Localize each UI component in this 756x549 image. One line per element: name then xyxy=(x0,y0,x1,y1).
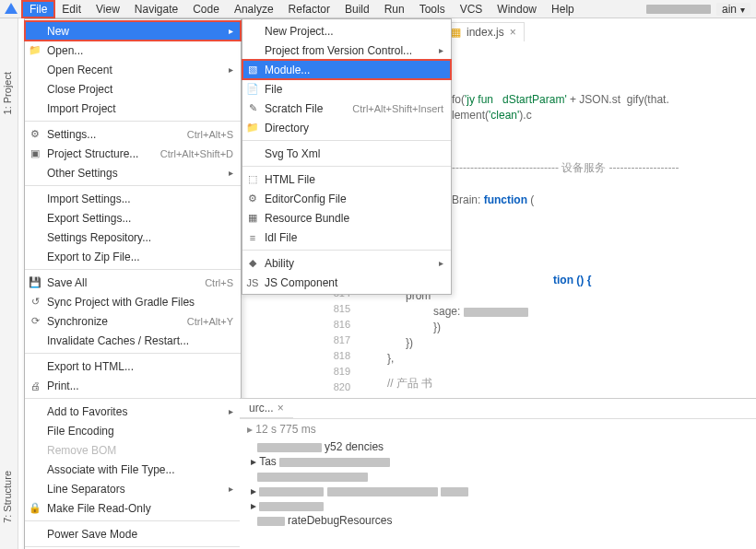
menu-separator xyxy=(25,398,241,399)
submenu-arrow-icon: ▸ xyxy=(439,45,443,55)
file-menu-sync-project-with-gradle-files[interactable]: ↺Sync Project with Gradle Files xyxy=(25,292,241,311)
ability-icon: ◆ xyxy=(246,257,259,270)
new-menu-editorconfig-file[interactable]: ⚙EditorConfig File xyxy=(242,189,451,208)
menu-edit[interactable]: Edit xyxy=(54,1,89,18)
task-line: ▸ Tas xyxy=(240,454,756,469)
file-menu-print[interactable]: 🖨Print... xyxy=(25,376,241,395)
menu-file[interactable]: File xyxy=(22,1,54,18)
task-line: ▸ xyxy=(240,498,756,513)
code-text: ( xyxy=(527,193,534,206)
menu-item-label: Svg To Xml xyxy=(265,147,443,160)
tool-tab-project[interactable]: 1: Project xyxy=(0,64,15,122)
menu-item-label: Remove BOM xyxy=(47,444,233,457)
code-text: sage: xyxy=(433,305,460,318)
menu-refactor[interactable]: Refactor xyxy=(281,1,337,18)
print-icon: 🖨 xyxy=(29,380,41,392)
file-menu-other-settings[interactable]: Other Settings▸ xyxy=(25,163,241,182)
structure-icon: ▣ xyxy=(29,147,41,160)
menu-item-label: Other Settings xyxy=(47,167,229,180)
menu-separator xyxy=(25,269,241,270)
new-menu-js-component[interactable]: JSJS Component xyxy=(242,273,451,292)
code-text: gify(that. xyxy=(627,93,669,106)
close-icon[interactable]: × xyxy=(278,402,284,415)
menu-item-label: New xyxy=(47,25,229,38)
new-menu-html-file[interactable]: ⬚HTML File xyxy=(242,169,451,189)
menu-item-label: Idl File xyxy=(265,231,443,244)
menu-item-label: Project Structure... xyxy=(47,147,151,160)
new-menu-svg-to-xml[interactable]: Svg To Xml xyxy=(242,144,451,163)
new-menu-scratch-file[interactable]: ✎Scratch FileCtrl+Alt+Shift+Insert xyxy=(242,99,451,118)
file-menu-synchronize[interactable]: ⟳SynchronizeCtrl+Alt+Y xyxy=(25,311,241,331)
line-number: 817 xyxy=(313,333,350,348)
file-menu-export-settings[interactable]: Export Settings... xyxy=(25,208,241,228)
submenu-arrow-icon: ▸ xyxy=(229,406,233,416)
line-number-gutter: 814 815 816 817 818 819 820 xyxy=(313,286,350,395)
code-comment: // 产品 书 xyxy=(313,376,756,391)
menu-separator xyxy=(25,546,241,547)
menu-item-label: Synchronize xyxy=(47,315,178,328)
file-menu-make-file-read-only[interactable]: 🔒Make File Read-Only xyxy=(25,498,241,518)
menu-tools[interactable]: Tools xyxy=(412,1,453,18)
menu-separator xyxy=(242,250,451,251)
menu-item-label: Settings... xyxy=(47,128,178,141)
file-menu-import-settings[interactable]: Import Settings... xyxy=(25,189,241,208)
file-menu-line-separators[interactable]: Line Separators▸ xyxy=(25,479,241,498)
line-number: 815 xyxy=(313,301,350,317)
menu-item-label: Invalidate Caches / Restart... xyxy=(47,334,233,347)
build-tab[interactable]: urc... × xyxy=(240,399,293,418)
menu-item-label: Save All xyxy=(47,276,195,289)
run-config-selector[interactable]: ain xyxy=(716,3,750,16)
submenu-arrow-icon: ▸ xyxy=(229,64,233,75)
menu-run[interactable]: Run xyxy=(377,1,412,18)
save-icon: 💾 xyxy=(29,276,41,289)
file-menu-settings-repository[interactable]: Settings Repository... xyxy=(25,228,241,247)
file-menu-invalidate-caches-restart[interactable]: Invalidate Caches / Restart... xyxy=(25,331,241,350)
menu-item-label: Export Settings... xyxy=(47,212,233,225)
tool-tab-structure[interactable]: 7: Structure xyxy=(0,463,15,531)
menu-vcs[interactable]: VCS xyxy=(453,1,490,18)
menu-shortcut: Ctrl+Alt+Y xyxy=(187,316,233,327)
file-menu-save-all[interactable]: 💾Save AllCtrl+S xyxy=(25,273,241,292)
file-menu-new[interactable]: New▸ xyxy=(25,21,241,41)
new-menu-directory[interactable]: 📁Directory xyxy=(242,118,451,137)
file-menu-project-structure[interactable]: ▣Project Structure...Ctrl+Alt+Shift+D xyxy=(25,144,241,163)
file-menu-export-to-html[interactable]: Export to HTML... xyxy=(25,356,241,376)
file-menu-close-project[interactable]: Close Project xyxy=(25,79,241,99)
new-menu-resource-bundle[interactable]: ▦Resource Bundle xyxy=(242,208,451,228)
file-menu-power-save-mode[interactable]: Power Save Mode xyxy=(25,524,241,543)
menu-item-label: Module... xyxy=(265,64,443,76)
file-menu-settings[interactable]: ⚙Settings...Ctrl+Alt+S xyxy=(25,124,241,144)
lock-icon: 🔒 xyxy=(29,502,41,515)
file-menu-import-project[interactable]: Import Project xyxy=(25,99,241,118)
menu-build[interactable]: Build xyxy=(337,1,377,18)
task-line xyxy=(240,469,756,484)
new-menu-module[interactable]: ▧Module... xyxy=(242,60,451,79)
new-menu-new-project[interactable]: New Project... xyxy=(242,21,451,41)
line-number: 819 xyxy=(313,364,350,380)
menu-item-label: Print... xyxy=(47,380,233,392)
menu-analyze[interactable]: Analyze xyxy=(227,1,281,18)
new-menu-ability[interactable]: ◆Ability▸ xyxy=(242,253,451,273)
new-menu-file[interactable]: 📄File xyxy=(242,79,451,99)
file-menu-export-to-zip-file[interactable]: Export to Zip File... xyxy=(25,247,241,266)
file-menu-open[interactable]: 📁Open... xyxy=(25,41,241,60)
file-menu-add-to-favorites[interactable]: Add to Favorites▸ xyxy=(25,402,241,421)
new-menu-idl-file[interactable]: ≡Idl File xyxy=(242,228,451,247)
new-submenu: New Project...Project from Version Contr… xyxy=(242,18,452,295)
file-menu-file-encoding[interactable]: File Encoding xyxy=(25,421,241,440)
file-menu-associate-with-file-type[interactable]: Associate with File Type... xyxy=(25,460,241,479)
menu-item-label: Resource Bundle xyxy=(265,212,443,225)
menubar: File Edit View Navigate Code Analyze Ref… xyxy=(0,0,756,18)
file-menu-open-recent[interactable]: Open Recent▸ xyxy=(25,60,241,79)
new-menu-project-from-version-control[interactable]: Project from Version Control...▸ xyxy=(242,41,451,60)
menu-help[interactable]: Help xyxy=(544,1,582,18)
menu-code[interactable]: Code xyxy=(185,1,227,18)
code-text: tion () { xyxy=(553,274,591,286)
menu-item-label: Sync Project with Gradle Files xyxy=(47,296,233,309)
menu-navigate[interactable]: Navigate xyxy=(127,1,185,18)
file-menu-remove-bom: Remove BOM xyxy=(25,440,241,460)
menu-window[interactable]: Window xyxy=(490,1,544,18)
menu-view[interactable]: View xyxy=(89,1,127,18)
sync-icon: ↺ xyxy=(29,296,41,309)
menu-item-label: Power Save Mode xyxy=(47,528,233,541)
